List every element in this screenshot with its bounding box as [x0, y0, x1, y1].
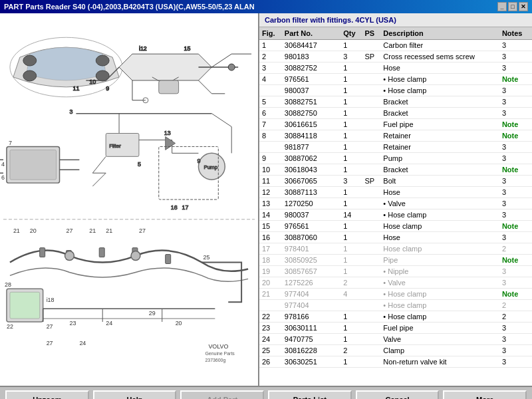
note-link[interactable]: Note — [502, 256, 518, 264]
table-row[interactable]: 977404 • Hose clamp 2 — [259, 300, 532, 311]
note-text: 3 — [502, 358, 506, 366]
table-row[interactable]: 6 30882750 1 Bracket 3 — [259, 108, 532, 119]
cell-qty: 1 — [340, 63, 362, 74]
cell-part: 30882750 — [282, 108, 340, 119]
table-row[interactable]: 7 30616615 1 Fuel pipe Note — [259, 119, 532, 130]
table-row[interactable]: 13 1270250 1 • Valve 3 — [259, 198, 532, 209]
note-text: 3 — [502, 53, 506, 61]
cell-notes[interactable]: Note — [499, 289, 532, 300]
table-row[interactable]: 19 30857657 1 • Nipple 3 — [259, 266, 532, 277]
table-row[interactable]: 24 9470775 1 Valve 3 — [259, 334, 532, 345]
cell-desc: • Valve — [380, 198, 499, 209]
cell-notes[interactable]: Note — [499, 221, 532, 232]
parts-table-container[interactable]: Fig. Part No. Qty PS Description Notes 1… — [259, 27, 532, 386]
table-row[interactable]: 23 30630111 1 Fuel pipe 3 — [259, 323, 532, 334]
cell-desc: • Hose clamp — [380, 209, 499, 221]
cancel-button[interactable]: Cancel — [356, 390, 440, 399]
cell-ps — [362, 85, 380, 96]
cell-part: 977404 — [282, 300, 340, 311]
cell-notes: 3 — [499, 63, 532, 74]
table-row[interactable]: 4 976561 1 • Hose clamp Note — [259, 74, 532, 85]
cell-desc: Bolt — [380, 176, 499, 187]
cell-notes: 3 — [499, 277, 532, 289]
cell-notes[interactable]: Note — [499, 130, 532, 142]
table-row[interactable]: 11 30667065 3 SP Bolt 3 — [259, 176, 532, 187]
help-button[interactable]: Help — [93, 390, 177, 399]
col-header-qty: Qty — [340, 27, 362, 40]
parts-list-button[interactable]: Parts List — [268, 390, 352, 399]
parts-diagram[interactable]: i12 15 14 13 — [0, 13, 258, 386]
note-link[interactable]: Note — [502, 166, 518, 174]
note-link[interactable]: Note — [502, 290, 518, 298]
cell-qty: 1 — [340, 243, 362, 255]
svg-rect-39 — [40, 248, 45, 257]
note-link[interactable]: Note — [502, 75, 518, 83]
table-row[interactable]: 8 30884118 1 Retainer Note — [259, 130, 532, 142]
cell-notes[interactable]: Note — [499, 164, 532, 176]
table-row[interactable]: 14 980037 14 • Hose clamp 3 — [259, 209, 532, 221]
cell-part: 30850925 — [282, 255, 340, 266]
diagram-svg: i12 15 14 13 — [0, 13, 258, 386]
add-part-button[interactable]: Add Part — [180, 390, 264, 399]
table-row[interactable]: 20 1275226 2 • Valve 3 — [259, 277, 532, 289]
table-row[interactable]: 2 980183 3 SP Cross recessed sems screw … — [259, 51, 532, 63]
more-button[interactable]: More — [443, 390, 527, 399]
table-row[interactable]: 16 30887060 1 Hose 3 — [259, 232, 532, 243]
table-row[interactable]: 17 978401 1 Hose clamp 2 — [259, 243, 532, 255]
table-row[interactable]: 3 30882752 1 Hose 3 — [259, 63, 532, 74]
unzoom-button[interactable]: Unzoom — [5, 390, 89, 399]
table-row[interactable]: 26 30630251 1 Non-return valve kit 3 — [259, 356, 532, 368]
table-row[interactable]: 25 30816228 2 Clamp 3 — [259, 345, 532, 356]
cell-qty: 1 — [340, 96, 362, 108]
note-link[interactable]: Note — [502, 120, 518, 128]
cell-part: 980037 — [282, 85, 340, 96]
svg-text:Filter: Filter — [109, 143, 121, 149]
table-row[interactable]: 9 30887062 1 Pump 3 — [259, 153, 532, 164]
cell-fig: 7 — [259, 119, 282, 130]
note-text: 2 — [502, 301, 506, 309]
cell-notes: 3 — [499, 187, 532, 198]
cell-fig: 4 — [259, 74, 282, 85]
close-button[interactable]: ✕ — [519, 2, 528, 11]
cell-part: 30630111 — [282, 323, 340, 334]
cell-notes[interactable]: Note — [499, 255, 532, 266]
note-link[interactable]: Note — [502, 222, 518, 230]
table-row[interactable]: 12 30887113 1 Hose 3 — [259, 187, 532, 198]
cell-notes[interactable]: Note — [499, 74, 532, 85]
svg-text:20: 20 — [176, 320, 182, 327]
minimize-button[interactable]: _ — [497, 2, 507, 11]
note-link[interactable]: Note — [502, 132, 518, 140]
cell-qty: 1 — [340, 119, 362, 130]
svg-rect-41 — [99, 248, 104, 257]
maximize-button[interactable]: □ — [508, 2, 517, 11]
cell-desc: Non-return valve kit — [380, 356, 499, 368]
table-row[interactable]: 18 30850925 1 Pipe Note — [259, 255, 532, 266]
table-row[interactable]: 21 977404 4 • Hose clamp Note — [259, 289, 532, 300]
table-row[interactable]: 22 978166 1 • Hose clamp 2 — [259, 311, 532, 323]
cell-ps — [362, 187, 380, 198]
note-text: 3 — [502, 177, 506, 185]
cell-qty: 1 — [340, 198, 362, 209]
table-row[interactable]: 15 976561 1 Hose clamp Note — [259, 221, 532, 232]
cell-fig: 12 — [259, 187, 282, 198]
cell-qty: 1 — [340, 130, 362, 142]
cell-qty: 1 — [340, 266, 362, 277]
svg-text:Pump: Pump — [203, 164, 217, 170]
note-text: 3 — [502, 154, 506, 162]
parts-table: Fig. Part No. Qty PS Description Notes 1… — [259, 27, 532, 368]
cell-ps: SP — [362, 176, 380, 187]
cell-ps — [362, 164, 380, 176]
cell-part: 9470775 — [282, 334, 340, 345]
cell-notes: 2 — [499, 243, 532, 255]
table-row[interactable]: 981877 1 Retainer 3 — [259, 142, 532, 153]
cell-notes[interactable]: Note — [499, 119, 532, 130]
cell-desc: Hose clamp — [380, 221, 499, 232]
col-header-fig: Fig. — [259, 27, 282, 40]
window-controls[interactable]: _ □ ✕ — [497, 2, 528, 11]
table-row[interactable]: 1 30684417 1 Carbon filter 3 — [259, 40, 532, 51]
table-row[interactable]: 10 30618043 1 Bracket Note — [259, 164, 532, 176]
table-row[interactable]: 980037 1 • Hose clamp 3 — [259, 85, 532, 96]
svg-point-2 — [96, 55, 109, 66]
cell-qty: 1 — [340, 153, 362, 164]
table-row[interactable]: 5 30882751 1 Bracket 3 — [259, 96, 532, 108]
